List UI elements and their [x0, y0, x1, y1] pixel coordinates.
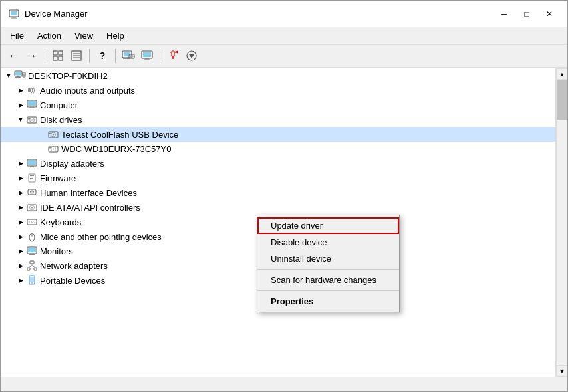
update-driver-list-button[interactable] — [68, 47, 85, 64]
root-expand-icon[interactable]: ▼ — [3, 70, 14, 81]
scroll-up-button[interactable]: ▲ — [557, 68, 568, 80]
toolbar-separator-1 — [45, 49, 45, 63]
back-icon: ← — [9, 50, 18, 61]
tree-item-computer[interactable]: ▶ Computer — [1, 98, 555, 112]
ctx-uninstall-device[interactable]: Uninstall device — [257, 250, 399, 267]
monitors-expand-icon[interactable]: ▶ — [15, 246, 26, 256]
remove-device-icon — [167, 50, 179, 62]
help-icon: ? — [100, 50, 106, 61]
properties-button[interactable] — [49, 47, 67, 64]
svg-rect-49 — [49, 133, 51, 134]
vertical-scrollbar[interactable]: ▲ ▼ — [556, 68, 567, 377]
keyboard-expand-icon[interactable]: ▶ — [15, 217, 26, 227]
svg-rect-90 — [30, 277, 34, 282]
tree-item-firmware[interactable]: ▶ Firmware — [1, 171, 555, 185]
tree-item-disk[interactable]: ▼ Disk drives — [1, 112, 555, 127]
tree-item-audio[interactable]: ▶ Audio inputs and outputs — [1, 83, 555, 98]
firmware-expand-icon[interactable]: ▶ — [15, 173, 26, 183]
maximize-button[interactable]: □ — [517, 7, 537, 21]
svg-rect-40 — [30, 107, 34, 108]
remove-device-button[interactable] — [164, 47, 182, 64]
svg-rect-4 — [53, 51, 57, 55]
device-tree[interactable]: ▼ DESKTOP-F0KDIH2 ▶ — [1, 68, 556, 377]
scroll-down-button[interactable]: ▼ — [557, 365, 568, 377]
root-label: DESKTOP-F0KDIH2 — [28, 71, 108, 81]
ctx-separator-2 — [257, 290, 399, 291]
status-bar — [1, 377, 567, 391]
portable-label: Portable Devices — [40, 276, 105, 286]
disk-expand-icon[interactable]: ▼ — [15, 114, 26, 125]
menu-help[interactable]: Help — [100, 29, 131, 43]
computer-expand-icon[interactable]: ▶ — [15, 100, 26, 110]
svg-rect-75 — [34, 223, 35, 224]
svg-rect-37 — [28, 88, 31, 92]
svg-rect-17 — [130, 56, 134, 58]
ctx-properties[interactable]: Properties — [257, 293, 399, 310]
close-button[interactable]: ✕ — [539, 7, 559, 21]
svg-rect-70 — [29, 221, 30, 222]
hid-icon — [26, 187, 38, 198]
svg-rect-32 — [15, 72, 21, 76]
help-button[interactable]: ? — [94, 47, 111, 64]
content-area: ▼ DESKTOP-F0KDIH2 ▶ — [1, 68, 567, 377]
svg-rect-64 — [30, 191, 31, 193]
tree-root[interactable]: ▼ DESKTOP-F0KDIH2 — [1, 68, 555, 83]
ide-icon — [26, 202, 38, 213]
tree-item-teclast[interactable]: ▶ Teclast CoolFlash USB Device — [1, 127, 555, 142]
audio-icon — [26, 85, 38, 96]
properties-icon — [52, 50, 64, 62]
forward-button[interactable]: → — [23, 47, 41, 64]
mice-expand-icon[interactable]: ▶ — [15, 231, 26, 242]
portable-expand-icon[interactable]: ▶ — [15, 275, 26, 286]
network-label: Network adapters — [40, 261, 108, 271]
monitors-label: Monitors — [40, 246, 73, 256]
tree-item-display[interactable]: ▶ Display adapters — [1, 156, 555, 171]
ctx-update-driver[interactable]: Update driver — [257, 217, 399, 234]
scrollbar-track[interactable] — [557, 80, 567, 365]
toolbar-separator-4 — [160, 49, 160, 63]
svg-rect-80 — [28, 248, 36, 252]
back-button[interactable]: ← — [5, 47, 22, 64]
portable-icon — [26, 275, 38, 286]
svg-rect-1 — [11, 11, 17, 15]
driver-rollback-button[interactable] — [183, 47, 200, 64]
svg-rect-19 — [143, 52, 151, 57]
disk-icon — [26, 114, 38, 125]
scan-computer-button[interactable] — [120, 47, 137, 64]
svg-rect-65 — [33, 191, 34, 193]
tree-item-ide[interactable]: ▶ IDE ATA/ATAPI controllers — [1, 200, 555, 215]
ctx-scan-hardware[interactable]: Scan for hardware changes — [257, 272, 399, 288]
scrollbar-thumb[interactable] — [557, 80, 567, 120]
svg-rect-33 — [17, 76, 20, 77]
menu-action[interactable]: Action — [31, 29, 68, 43]
menu-view[interactable]: View — [68, 29, 100, 43]
root-computer-icon — [14, 70, 26, 81]
computer-icon — [26, 100, 38, 110]
tree-item-wdc[interactable]: ▶ WDC WD10EURX-73C57Y0 — [1, 142, 555, 156]
minimize-button[interactable]: ─ — [494, 7, 514, 21]
ide-label: IDE ATA/ATAPI controllers — [40, 203, 140, 213]
keyboard-label: Keyboards — [40, 217, 81, 227]
svg-rect-85 — [34, 268, 37, 270]
ide-expand-icon[interactable]: ▶ — [15, 202, 26, 213]
ctx-disable-device[interactable]: Disable device — [257, 234, 399, 250]
mouse-icon — [26, 231, 38, 242]
svg-rect-72 — [33, 221, 34, 222]
menu-bar: File Action View Help — [1, 27, 567, 45]
display-button[interactable] — [138, 47, 156, 64]
title-bar: Device Manager ─ □ ✕ — [1, 1, 567, 27]
svg-rect-20 — [145, 58, 149, 60]
rollback-icon — [186, 50, 198, 62]
svg-rect-53 — [49, 147, 51, 149]
network-expand-icon[interactable]: ▶ — [15, 260, 26, 271]
svg-point-44 — [31, 120, 33, 121]
tree-item-hid[interactable]: ▶ Human Interface Devices — [1, 185, 555, 200]
svg-rect-60 — [30, 177, 34, 177]
audio-expand-icon[interactable]: ▶ — [15, 85, 26, 96]
menu-file[interactable]: File — [3, 29, 31, 43]
hid-expand-icon[interactable]: ▶ — [15, 187, 26, 198]
display-expand-icon[interactable]: ▶ — [15, 158, 26, 169]
svg-rect-56 — [30, 166, 34, 167]
display-adapter-icon — [26, 158, 38, 169]
update-list-icon — [71, 50, 82, 62]
